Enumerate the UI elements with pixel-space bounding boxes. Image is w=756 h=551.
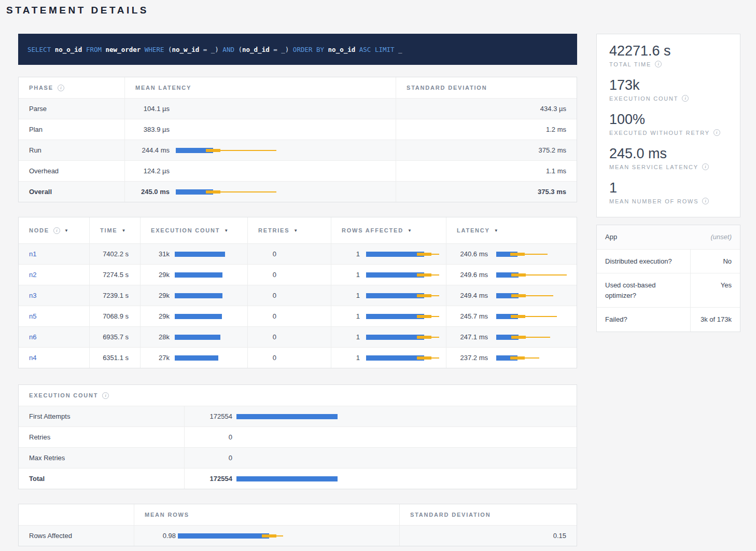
execution-count-value: 29k (141, 271, 170, 279)
stddev-tick (206, 149, 220, 152)
detail-label: App (597, 225, 690, 249)
time-value: 7402.2 s (103, 250, 129, 258)
phase-label: Overall (29, 188, 52, 196)
stddev-tick (511, 294, 526, 297)
rows-affected-bar (366, 244, 440, 264)
node-row: n6 6935.7 s 28k 0 1 247.1 ms (19, 326, 577, 347)
info-icon[interactable]: i (702, 163, 709, 170)
retries-column-header[interactable]: RETRIES ▼ (248, 217, 331, 243)
stddev-tick (417, 294, 431, 297)
sql-token: _ (398, 46, 402, 53)
sort-desc-icon: ▼ (494, 228, 498, 233)
rows-affected-bar (366, 306, 440, 326)
execution-count-bar (175, 348, 241, 368)
rows-affected-value: 1 (331, 250, 360, 258)
execution-count-column-header[interactable]: EXECUTION COUNT ▼ (141, 217, 248, 243)
mean-latency-bar (176, 119, 386, 140)
sql-token: no_o_id (328, 46, 359, 53)
execution-count-bar (175, 285, 241, 306)
info-icon[interactable]: i (58, 85, 64, 91)
exec-row-value: 172554 (185, 412, 232, 420)
mean-bar (175, 272, 222, 278)
node-link[interactable]: n6 (29, 333, 36, 341)
time-column-header[interactable]: TIME ▼ (90, 217, 141, 243)
stddev-tick (417, 356, 431, 360)
stddev-tick (417, 273, 431, 277)
stat-execution-count: 173k EXECUTION COUNT i (609, 77, 727, 102)
sql-token: FROM (86, 46, 106, 53)
mean-bar (366, 252, 424, 257)
info-icon[interactable]: i (655, 61, 662, 67)
mean-rows-column-header: MEAN ROWS (134, 504, 400, 525)
sql-token: new_order (106, 46, 145, 53)
sort-desc-icon: ▼ (293, 228, 298, 233)
retries-value: 0 (248, 354, 276, 362)
mean-latency-column-header: MEAN LATENCY (125, 77, 396, 98)
phase-row-overall: Overall 245.0 ms 375.3 ms (19, 181, 577, 202)
stat-value: 42271.6 s (609, 43, 727, 60)
standard-deviation-column-header: STANDARD DEVIATION (396, 77, 577, 98)
sort-desc-icon: ▼ (64, 228, 68, 233)
info-icon[interactable]: i (682, 95, 689, 102)
node-row: n3 7239.1 s 29k 0 1 249.4 ms (19, 285, 577, 306)
phase-row-plan: Plan 383.9 µs 1.2 ms (19, 119, 577, 140)
rows-affected-column-header[interactable]: ROWS AFFECTED ▼ (331, 217, 446, 243)
stddev-value: 1.1 ms (546, 167, 566, 175)
phase-label: Overhead (29, 167, 59, 175)
node-row: n2 7274.5 s 29k 0 1 249.6 ms (19, 264, 577, 285)
node-link[interactable]: n3 (29, 292, 36, 299)
phase-label: Parse (29, 105, 47, 113)
node-link[interactable]: n1 (29, 250, 36, 258)
rows-affected-table: MEAN ROWS STANDARD DEVIATION Rows Affect… (18, 504, 577, 546)
exec-row-retries: Retries 0 (19, 426, 577, 447)
sort-desc-icon: ▼ (121, 228, 125, 233)
detail-value: Yes (690, 273, 740, 307)
rows-affected-value: 1 (331, 292, 360, 299)
mean-bar (175, 293, 222, 298)
info-icon[interactable]: i (53, 227, 60, 234)
node-row: n4 6351.1 s 27k 0 1 237.2 ms (19, 347, 577, 368)
info-icon[interactable]: i (713, 129, 720, 136)
stddev-tick (511, 315, 525, 318)
node-link[interactable]: n4 (29, 354, 36, 362)
page-title: STATEMENT DETAILS (6, 4, 756, 16)
stddev-value: 1.2 ms (546, 126, 566, 133)
time-value: 6935.7 s (103, 333, 129, 341)
node-column-header[interactable]: NODE i ▼ (19, 217, 90, 243)
summary-sidebar: 42271.6 s TOTAL TIME i 173k EXECUTION CO… (596, 34, 740, 332)
time-value: 6351.1 s (103, 354, 129, 362)
stat-value: 100% (609, 111, 727, 128)
detail-row-app: App (unset) (597, 225, 740, 249)
rows-affected-row: Rows Affected 0.98 0.15 (19, 525, 577, 546)
stddev-value: 434.3 µs (540, 105, 566, 113)
mean-latency-value: 124.2 µs (125, 167, 170, 175)
sql-statement-box: SELECT no_o_id FROM new_order WHERE (no_… (18, 34, 577, 65)
info-icon[interactable]: i (102, 392, 109, 399)
sql-token: SELECT (27, 46, 55, 53)
sql-token: ( (168, 46, 172, 53)
mean-latency-bar (176, 99, 386, 119)
exec-row-bar (236, 448, 566, 468)
retries-value: 0 (248, 250, 276, 258)
detail-label: Used cost-based optimizer? (597, 273, 690, 307)
mean-latency-value: 245.0 ms (125, 188, 170, 196)
node-link[interactable]: n2 (29, 271, 36, 279)
mean-bar (366, 272, 424, 278)
latency-bar (496, 265, 568, 285)
sql-token: ORDER BY (293, 46, 328, 53)
sql-token: no_d_id (242, 46, 273, 53)
node-link[interactable]: n5 (29, 312, 36, 320)
detail-value: 3k of 173k (690, 308, 740, 332)
mean-bar (236, 414, 338, 419)
phase-column-header: PHASE i (19, 77, 125, 98)
latency-column-header[interactable]: LATENCY ▼ (446, 217, 577, 243)
stat-label: TOTAL TIME i (609, 61, 727, 67)
sql-token: ( (238, 46, 242, 53)
execution-count-bar (175, 244, 241, 264)
standard-deviation-column-header: STANDARD DEVIATION (400, 504, 577, 525)
mean-latency-value: 383.9 µs (125, 126, 170, 133)
latency-value: 240.6 ms (446, 250, 488, 258)
node-stats-table: NODE i ▼ TIME ▼ EXECUTION COUNT ▼ (18, 217, 577, 368)
mean-bar (236, 476, 338, 481)
info-icon[interactable]: i (702, 198, 709, 204)
